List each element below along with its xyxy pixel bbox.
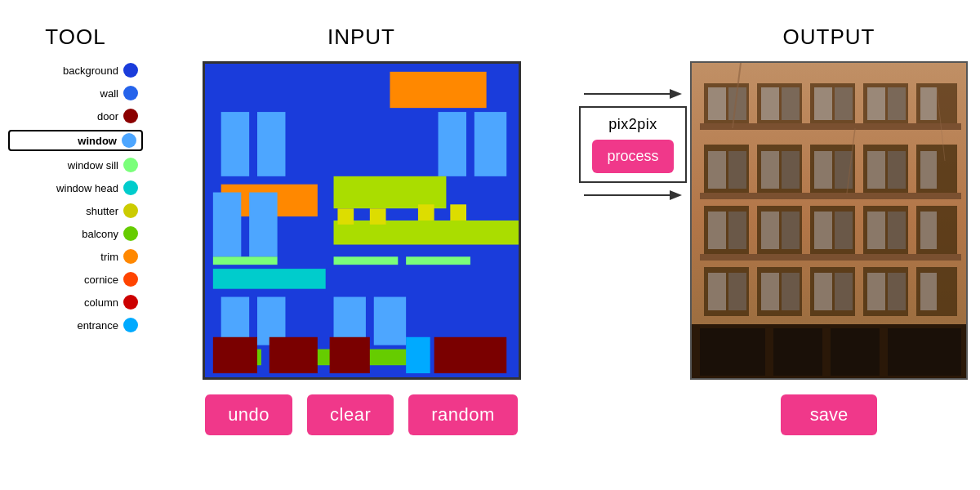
- svg-rect-51: [700, 123, 961, 130]
- svg-rect-49: [888, 87, 906, 120]
- tool-item-shutter[interactable]: shutter: [8, 202, 143, 220]
- svg-rect-4: [438, 112, 466, 176]
- svg-rect-93: [867, 273, 885, 310]
- tool-label-8: trim: [100, 251, 118, 263]
- svg-rect-100: [888, 328, 961, 376]
- tool-item-cornice[interactable]: cornice: [8, 270, 143, 288]
- arrow-wrapper: [584, 82, 682, 106]
- svg-rect-66: [700, 193, 961, 199]
- svg-rect-57: [708, 151, 726, 189]
- tool-item-window-head[interactable]: window head: [8, 179, 143, 197]
- svg-rect-72: [708, 212, 726, 249]
- tool-label-9: cornice: [84, 274, 118, 286]
- svg-rect-63: [867, 151, 885, 189]
- clear-button[interactable]: clear: [307, 394, 394, 435]
- svg-rect-42: [708, 87, 726, 120]
- color-dot-10: [123, 295, 138, 310]
- color-dot-9: [123, 272, 138, 287]
- svg-rect-75: [782, 212, 800, 249]
- svg-rect-73: [728, 212, 746, 249]
- tool-label-4: window sill: [68, 159, 118, 172]
- svg-rect-60: [782, 151, 800, 189]
- color-dot-2: [123, 109, 138, 123]
- tool-items-container: backgroundwalldoorwindowwindow sillwindo…: [8, 61, 143, 334]
- tool-label-0: background: [63, 65, 118, 77]
- tool-item-window-sill[interactable]: window sill: [8, 156, 143, 174]
- color-dot-3: [122, 133, 136, 148]
- pix2pix-label: pix2pix: [608, 116, 657, 133]
- svg-rect-8: [333, 220, 518, 245]
- svg-rect-91: [814, 273, 832, 310]
- svg-rect-7: [333, 176, 446, 208]
- svg-rect-59: [761, 151, 779, 189]
- tool-label-6: shutter: [86, 205, 118, 217]
- tool-item-door[interactable]: door: [8, 107, 143, 125]
- tool-item-column[interactable]: column: [8, 293, 143, 311]
- color-dot-1: [123, 86, 138, 100]
- svg-rect-23: [329, 337, 369, 373]
- svg-rect-27: [249, 193, 277, 257]
- svg-rect-28: [212, 256, 277, 265]
- svg-rect-12: [450, 204, 466, 220]
- svg-rect-61: [814, 151, 832, 189]
- output-svg: [692, 63, 968, 380]
- svg-rect-46: [814, 87, 832, 120]
- svg-rect-74: [761, 212, 779, 249]
- tool-item-background[interactable]: background: [8, 61, 143, 79]
- tool-panel: TOOL backgroundwalldoorwindowwindow sill…: [8, 16, 143, 339]
- tool-label-1: wall: [100, 87, 118, 100]
- svg-rect-90: [782, 273, 800, 310]
- svg-rect-94: [888, 273, 906, 310]
- random-button[interactable]: random: [408, 394, 518, 435]
- tool-item-balcony[interactable]: balcony: [8, 225, 143, 243]
- input-canvas[interactable]: [203, 61, 521, 380]
- process-arrow-left: [584, 82, 682, 106]
- svg-rect-98: [773, 328, 822, 376]
- color-dot-7: [123, 226, 138, 241]
- svg-marker-34: [670, 190, 682, 200]
- tool-label-2: door: [97, 110, 118, 122]
- svg-rect-76: [814, 212, 832, 249]
- svg-rect-26: [212, 193, 240, 257]
- svg-rect-9: [337, 208, 354, 225]
- svg-rect-30: [406, 256, 470, 265]
- svg-rect-17: [373, 297, 405, 345]
- tool-item-wall[interactable]: wall: [8, 84, 143, 102]
- pix2pix-box: pix2pix process: [579, 106, 686, 183]
- svg-rect-50: [920, 87, 937, 120]
- tool-item-window[interactable]: window: [8, 130, 143, 151]
- svg-rect-5: [474, 112, 506, 176]
- arrow-wrapper-right: [584, 183, 682, 207]
- svg-rect-64: [888, 151, 906, 189]
- tool-item-trim[interactable]: trim: [8, 247, 143, 265]
- save-button[interactable]: save: [781, 394, 877, 435]
- middle-section: INPUT: [143, 16, 580, 435]
- svg-rect-88: [728, 273, 746, 310]
- svg-rect-47: [835, 87, 853, 120]
- svg-rect-58: [728, 151, 746, 189]
- svg-rect-81: [700, 254, 961, 261]
- svg-rect-3: [257, 112, 285, 176]
- svg-rect-2: [220, 112, 248, 176]
- undo-button[interactable]: undo: [205, 394, 292, 435]
- svg-rect-44: [761, 87, 779, 120]
- svg-rect-29: [333, 256, 398, 265]
- tool-label-3: window: [78, 135, 117, 147]
- tool-label-7: balcony: [82, 228, 118, 240]
- main-container: TOOL backgroundwalldoorwindowwindow sill…: [0, 0, 980, 490]
- svg-rect-65: [920, 151, 937, 189]
- svg-rect-87: [708, 273, 726, 310]
- svg-rect-92: [835, 273, 853, 310]
- svg-rect-95: [920, 273, 937, 310]
- svg-rect-25: [406, 337, 430, 373]
- output-title: OUTPUT: [783, 24, 875, 50]
- button-row: undo clear random: [205, 394, 518, 435]
- process-button[interactable]: process: [592, 140, 673, 173]
- svg-rect-99: [831, 328, 880, 376]
- svg-rect-89: [761, 273, 779, 310]
- color-dot-5: [123, 180, 138, 195]
- svg-rect-97: [700, 328, 765, 376]
- process-section: pix2pix process: [580, 16, 686, 207]
- tool-item-entrance[interactable]: entrance: [8, 316, 143, 334]
- svg-marker-32: [670, 89, 682, 99]
